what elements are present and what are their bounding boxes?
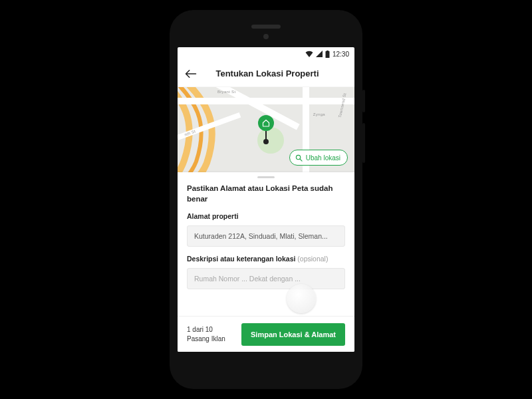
page-title: Tentukan Lokasi Properti — [187, 68, 348, 78]
sheet-heading: Pastikan Alamat atau Lokasi Peta sudah b… — [187, 184, 345, 204]
description-label: Deskripsi atau keterangan lokasi (opsion… — [187, 255, 345, 263]
battery-icon — [325, 51, 330, 58]
volume-button — [362, 123, 365, 163]
map-view[interactable]: Bryant St Townsend St nth St Zynga Ubah … — [178, 87, 354, 172]
description-input[interactable]: Rumah Nomor ... Dekat dengan ... — [187, 268, 345, 289]
change-location-label: Ubah lokasi — [306, 154, 340, 162]
pin-base — [263, 139, 269, 144]
header: Tentukan Lokasi Properti — [178, 61, 354, 87]
map-pin[interactable] — [258, 115, 274, 144]
address-input[interactable]: Kuturaden 212A, Sinduadi, Mlati, Sleman.… — [187, 225, 345, 247]
status-time: 12:30 — [332, 51, 349, 58]
change-location-button[interactable]: Ubah lokasi — [289, 150, 348, 166]
map-label: Bryant St — [217, 90, 235, 94]
cellular-icon — [316, 51, 323, 57]
power-button — [362, 90, 365, 112]
progress-indicator: 1 dari 10 Pasang Iklan — [187, 325, 225, 343]
search-icon — [295, 154, 303, 162]
phone-frame: 12:30 Tentukan Lokasi Properti Bryant St — [170, 10, 362, 389]
svg-rect-0 — [327, 51, 329, 51]
touch-indicator — [287, 284, 316, 313]
pin-head — [258, 115, 274, 131]
map-label: Zynga — [313, 112, 325, 116]
map-label: Townsend St — [338, 92, 347, 118]
screen: 12:30 Tentukan Lokasi Properti Bryant St — [178, 47, 354, 352]
road-graphic — [178, 98, 354, 104]
status-bar: 12:30 — [178, 47, 354, 61]
svg-line-3 — [300, 158, 302, 160]
description-placeholder: Rumah Nomor ... Dekat dengan ... — [194, 275, 301, 283]
address-label: Alamat properti — [187, 212, 345, 220]
drag-handle[interactable] — [257, 176, 275, 178]
footer: 1 dari 10 Pasang Iklan Simpan Lokasi & A… — [178, 316, 354, 352]
svg-rect-1 — [325, 51, 329, 58]
wifi-icon — [305, 51, 313, 57]
bottom-sheet: Pastikan Alamat atau Lokasi Peta sudah b… — [178, 172, 354, 352]
home-icon — [262, 119, 270, 127]
save-button[interactable]: Simpan Lokasi & Alamat — [241, 323, 345, 346]
address-value: Kuturaden 212A, Sinduadi, Mlati, Sleman.… — [194, 232, 328, 240]
